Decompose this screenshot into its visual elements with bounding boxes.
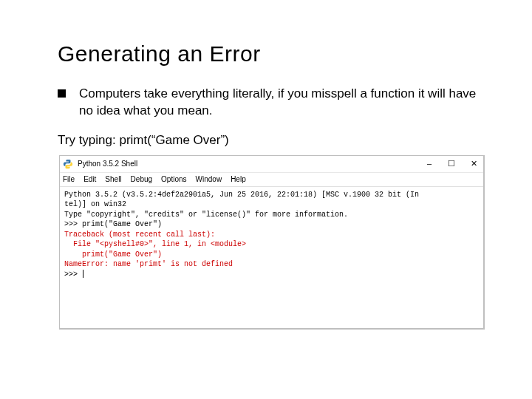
console-error-line: primt("Game Over")	[64, 250, 162, 259]
bullet-row: Computers take everything literally, if …	[58, 86, 485, 120]
console-input: primt("Game Over")	[82, 220, 162, 228]
menu-bar: File Edit Shell Debug Options Window Hel…	[60, 173, 483, 187]
maximize-button[interactable]: ☐	[446, 160, 457, 168]
python-shell-window: Python 3.5.2 Shell – ☐ ✕ File Edit Shell…	[59, 155, 485, 330]
text-cursor	[83, 270, 83, 278]
python-icon	[63, 159, 73, 169]
console-output[interactable]: Python 3.5.2 (v3.5.2:4def2a2901a5, Jun 2…	[60, 187, 483, 328]
bullet-text: Computers take everything literally, if …	[79, 86, 485, 120]
window-title: Python 3.5.2 Shell	[78, 160, 424, 168]
menu-edit[interactable]: Edit	[83, 175, 96, 183]
window-titlebar: Python 3.5.2 Shell – ☐ ✕	[60, 156, 483, 173]
window-controls: – ☐ ✕	[424, 160, 479, 168]
console-error-line: File "<pyshell#0>", line 1, in <module>	[64, 240, 246, 248]
menu-file[interactable]: File	[63, 175, 75, 183]
slide-title: Generating an Error	[58, 41, 485, 66]
console-prompt: >>>	[64, 220, 82, 228]
console-error-line: NameError: name 'primt' is not defined	[64, 260, 233, 268]
minimize-button[interactable]: –	[424, 160, 434, 168]
menu-help[interactable]: Help	[231, 175, 246, 183]
console-line: tel)] on win32	[64, 200, 126, 208]
bullet-marker	[58, 89, 66, 98]
menu-options[interactable]: Options	[161, 175, 186, 183]
try-typing-text: Try typing: primt(“Game Over”)	[58, 133, 485, 148]
console-prompt: >>>	[64, 270, 82, 279]
slide: Generating an Error Computers take every…	[0, 0, 532, 359]
menu-shell[interactable]: Shell	[105, 175, 121, 183]
menu-debug[interactable]: Debug	[131, 175, 152, 183]
console-error-line: Traceback (most recent call last):	[64, 231, 215, 239]
console-line: Python 3.5.2 (v3.5.2:4def2a2901a5, Jun 2…	[64, 191, 419, 199]
close-button[interactable]: ✕	[468, 160, 479, 168]
console-line: Type "copyright", "credits" or "license(…	[64, 211, 348, 219]
menu-window[interactable]: Window	[196, 175, 222, 183]
